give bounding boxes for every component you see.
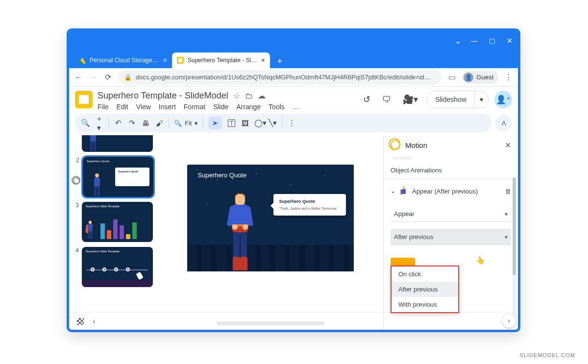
motion-panel-title: Motion	[405, 141, 427, 149]
slide-thumbnail-2[interactable]: Superhero Quote Superhero Quote	[83, 157, 153, 197]
select-tool-icon[interactable]: ➤	[208, 117, 222, 129]
undo-icon[interactable]: ↶	[114, 119, 122, 127]
expand-sidebar-icon[interactable]: ‹	[502, 314, 516, 328]
textbox-icon[interactable]: 🅃	[227, 119, 236, 127]
profile-chip[interactable]: 👤 Guest	[462, 71, 498, 84]
window-close-icon[interactable]: ✕	[505, 37, 514, 45]
menu-edit[interactable]: Edit	[117, 103, 128, 111]
nav-forward-icon[interactable]: →	[89, 73, 98, 82]
menu-format[interactable]: Format	[184, 103, 205, 111]
option-with-previous[interactable]: With previous	[392, 297, 458, 312]
menu-file[interactable]: File	[98, 103, 109, 111]
grid-view-icon[interactable]	[77, 318, 84, 325]
collapse-toolbar-icon[interactable]: ᐱ	[495, 115, 512, 131]
trigger-dropdown[interactable]: After previous ▾	[391, 229, 511, 245]
menu-arrange[interactable]: Arrange	[236, 103, 261, 111]
trigger-dropdown-menu: On click After previous With previous	[391, 266, 459, 313]
animation-item[interactable]: ⌄ Appear (After previous) 🗑	[391, 183, 511, 199]
delete-animation-icon[interactable]: 🗑	[505, 188, 511, 195]
effect-value: Appear	[394, 210, 415, 218]
tab-label: Personal Cloud Storage & File Sh	[90, 57, 159, 64]
slide-canvas-area[interactable]: Superhero Quote Superhero Quote "Truth, …	[157, 135, 383, 329]
meet-icon[interactable]: 🎥▾	[400, 91, 421, 108]
trigger-value: After previous	[394, 233, 433, 241]
chevron-down-icon[interactable]: ⌄	[391, 188, 395, 194]
thumb-title: Superhero Slide Template	[86, 250, 120, 253]
star-icon[interactable]: ☆	[233, 91, 240, 100]
redo-icon[interactable]: ↷	[127, 119, 136, 127]
line-icon[interactable]: ╲▾	[268, 119, 277, 127]
window-minimize-icon[interactable]: ―	[470, 37, 479, 45]
slide-thumbnail-1[interactable]	[82, 135, 153, 152]
transition-icon	[73, 177, 80, 184]
option-after-previous[interactable]: After previous	[392, 282, 458, 297]
superhero-graphic[interactable]	[222, 193, 258, 271]
bubble-body: "Truth, Justice and a Better Tomorrow."	[279, 206, 340, 211]
section-heading: Object Animations	[391, 167, 511, 174]
browser-tab-drive[interactable]: Personal Cloud Storage & File Sh ×	[74, 52, 172, 68]
menu-tools[interactable]: Tools	[269, 103, 285, 111]
slides-logo-icon[interactable]	[75, 91, 93, 108]
motion-icon	[391, 140, 400, 150]
reader-mode-icon[interactable]: ▭	[447, 73, 456, 82]
document-title[interactable]: Superhero Template - SlideModel	[98, 91, 228, 101]
effect-dropdown[interactable]: Appear ▾	[391, 206, 511, 222]
bottom-bar: ‹	[69, 312, 518, 330]
slide-thumbnail-4[interactable]: Superhero Slide Template	[82, 247, 153, 287]
thumb-title: Superhero Slide Template	[86, 205, 120, 208]
tabstrip: Personal Cloud Storage & File Sh × Super…	[69, 50, 518, 68]
tab-close-icon[interactable]: ×	[163, 56, 167, 64]
zoom-control[interactable]: 🔍 Fit ▾	[174, 120, 198, 127]
address-bar: ← → ⟳ 🔒 docs.google.com/presentation/d/1…	[69, 68, 518, 87]
slide-thumbnails: 2 Superhero Quote Superhero Quote 3 Supe…	[69, 135, 157, 329]
menu-insert[interactable]: Insert	[159, 103, 176, 111]
cursor-icon: 👆	[476, 256, 485, 265]
thumb-number: 2	[74, 157, 79, 164]
window-dropdown-icon[interactable]: ⌄	[455, 36, 461, 46]
person-add-icon: 👤⁺	[496, 95, 511, 105]
close-panel-icon[interactable]: ✕	[505, 141, 511, 150]
zoom-icon: 🔍	[174, 120, 182, 127]
slideshow-button[interactable]: Slideshow ▾	[427, 91, 489, 108]
object-hero-icon	[400, 186, 407, 196]
omnibox[interactable]: 🔒 docs.google.com/presentation/d/1Us6z2h…	[118, 70, 441, 85]
toolbar: 🔍 ＋▾ ↶ ↷ 🖶 🖌 🔍 Fit ▾ ➤ 🅃 🖼 ◯▾ ╲▾ ⋮	[75, 114, 491, 132]
lock-icon: 🔒	[124, 73, 132, 81]
url-text: docs.google.com/presentation/d/1Us6z2hQT…	[136, 73, 431, 81]
more-tools-icon[interactable]: ⋮	[287, 119, 296, 127]
zoom-label: Fit	[185, 120, 192, 127]
nav-back-icon[interactable]: ←	[74, 73, 83, 82]
search-icon[interactable]: 🔍	[81, 119, 90, 127]
cloud-status-icon[interactable]: ☁	[258, 91, 266, 100]
slide-thumbnail-3[interactable]: Superhero Slide Template	[82, 202, 153, 242]
browser-menu-icon[interactable]: ⋮	[504, 73, 513, 82]
browser-window: ⌄ ― ▢ ✕ Personal Cloud Storage & File Sh…	[67, 28, 520, 332]
drive-favicon-icon	[79, 57, 86, 64]
slide-canvas[interactable]: Superhero Quote Superhero Quote "Truth, …	[187, 165, 354, 271]
new-tab-button[interactable]: +	[273, 54, 287, 68]
speech-bubble[interactable]: Superhero Quote "Truth, Justice and a Be…	[273, 194, 346, 216]
tab-close-icon[interactable]: ×	[261, 56, 265, 64]
move-folder-icon[interactable]: 🗀	[245, 92, 253, 100]
nav-reload-icon[interactable]: ⟳	[103, 73, 112, 82]
menu-bar: File Edit View Insert Format Slide Arran…	[98, 103, 355, 111]
prev-slide-icon[interactable]: ‹	[93, 317, 95, 326]
slideshow-dropdown-icon[interactable]: ▾	[474, 91, 488, 108]
motion-panel: Motion ✕ Object Animations ⌄ Appear (Aft…	[383, 135, 518, 329]
share-button[interactable]: 👤⁺	[494, 91, 512, 108]
chevron-down-icon: ▾	[505, 211, 508, 218]
image-icon[interactable]: 🖼	[241, 119, 249, 127]
menu-slide[interactable]: Slide	[213, 103, 228, 111]
thumb-title: Superhero Quote	[87, 160, 109, 163]
option-on-click[interactable]: On click	[392, 267, 458, 282]
history-icon[interactable]: ↺	[360, 91, 373, 108]
new-slide-icon[interactable]: ＋▾	[95, 114, 103, 132]
comments-icon[interactable]: 🗨	[379, 92, 394, 108]
browser-tab-slides[interactable]: Superhero Template - SlideModel ×	[172, 52, 270, 68]
shape-icon[interactable]: ◯▾	[254, 119, 263, 127]
menu-view[interactable]: View	[136, 103, 151, 111]
print-icon[interactable]: 🖶	[141, 119, 150, 127]
window-maximize-icon[interactable]: ▢	[488, 37, 496, 45]
paint-format-icon[interactable]: 🖌	[155, 119, 164, 127]
menu-more[interactable]: …	[293, 103, 299, 111]
